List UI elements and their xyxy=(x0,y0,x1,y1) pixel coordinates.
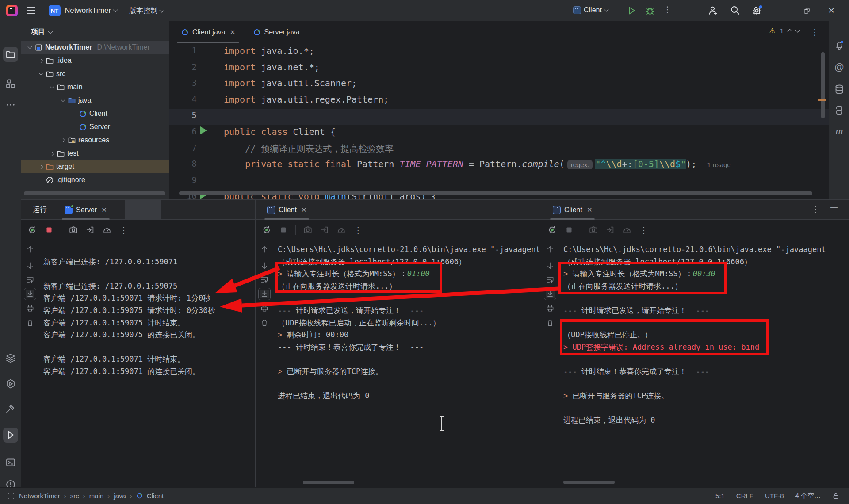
down-button[interactable] xyxy=(546,261,555,270)
more-icon[interactable]: ⋮ xyxy=(119,225,129,235)
window-minimize-button[interactable]: — xyxy=(770,0,793,21)
tree-item-target[interactable]: target xyxy=(21,160,169,173)
code-editor[interactable]: 1import java.io.*;2import java.net.*;3im… xyxy=(169,43,829,199)
down-button[interactable] xyxy=(26,261,34,270)
window-restore-button[interactable] xyxy=(795,0,818,21)
exit-icon[interactable] xyxy=(85,225,95,235)
rerun-icon[interactable] xyxy=(547,225,557,235)
clear-button[interactable] xyxy=(546,318,555,327)
breadcrumb-item[interactable]: Client xyxy=(147,492,164,500)
run-configuration-selector[interactable]: Client xyxy=(573,6,608,14)
code-with-me-icon[interactable] xyxy=(708,5,719,16)
project-widget[interactable]: NetworkTimer xyxy=(65,6,117,15)
tree-item-java[interactable]: java xyxy=(21,94,169,107)
tree-item-gitignore[interactable]: .gitignore xyxy=(21,173,169,187)
tree-chevron-icon[interactable] xyxy=(39,71,43,75)
search-everywhere-icon[interactable] xyxy=(730,5,740,15)
stop-icon[interactable] xyxy=(564,225,574,235)
readonly-lock-icon[interactable] xyxy=(832,493,839,500)
tree-horizontal-scrollbar[interactable] xyxy=(24,191,165,195)
up-button[interactable] xyxy=(260,245,269,254)
console-more-button[interactable]: ⋮ xyxy=(811,204,820,214)
soft-wrap-button[interactable] xyxy=(546,275,555,284)
tool-strip-ai-assistant[interactable]: @ xyxy=(832,60,846,74)
inspections-widget[interactable]: ⚠ 1 xyxy=(769,27,799,35)
editor-options-button[interactable]: ⋮ xyxy=(811,27,819,37)
tree-item-client[interactable]: Client xyxy=(21,107,169,120)
rerun-icon[interactable] xyxy=(27,225,37,235)
tree-chevron-icon[interactable] xyxy=(61,138,65,142)
snapshot-icon[interactable] xyxy=(589,225,598,235)
console-horizontal-scrollbar[interactable] xyxy=(563,481,615,484)
soft-wrap-button[interactable] xyxy=(260,275,269,284)
down-button[interactable] xyxy=(260,261,269,270)
tool-strip-database[interactable] xyxy=(832,82,846,96)
snapshot-icon[interactable] xyxy=(69,225,78,235)
close-icon[interactable]: ✕ xyxy=(301,206,307,214)
scroll-to-end-button[interactable] xyxy=(546,290,555,298)
stop-icon[interactable] xyxy=(44,225,54,235)
profiler-icon[interactable] xyxy=(102,225,112,235)
tool-strip-notifications[interactable] xyxy=(832,38,846,52)
tree-chevron-icon[interactable] xyxy=(61,97,65,102)
close-icon[interactable]: ✕ xyxy=(230,28,236,36)
console-horizontal-scrollbar[interactable] xyxy=(303,481,354,484)
tool-strip-services[interactable] xyxy=(3,376,18,391)
breadcrumb-item[interactable]: NetworkTimer xyxy=(19,492,60,500)
more-icon[interactable]: ⋮ xyxy=(353,225,363,235)
print-button[interactable] xyxy=(26,304,34,313)
tree-item-main[interactable]: main xyxy=(21,80,169,94)
tree-item-src[interactable]: src xyxy=(21,67,169,80)
prev-problem-icon[interactable] xyxy=(787,29,792,34)
profiler-icon[interactable] xyxy=(622,225,632,235)
print-button[interactable] xyxy=(546,304,555,313)
next-problem-icon[interactable] xyxy=(795,27,800,32)
tool-strip-run[interactable] xyxy=(3,428,18,443)
settings-gear-icon[interactable] xyxy=(752,5,763,16)
breadcrumb-item[interactable]: main xyxy=(89,492,104,500)
tree-chevron-icon[interactable] xyxy=(28,44,32,49)
project-panel-header[interactable]: 项目 xyxy=(31,27,52,37)
tree-item-networktimer[interactable]: NetworkTimerD:\NetworkTimer xyxy=(21,41,169,54)
tool-strip-more-tools[interactable] xyxy=(3,97,18,112)
tool-strip-structure[interactable] xyxy=(3,76,18,91)
project-icon[interactable]: NT xyxy=(49,5,61,16)
tree-item-test[interactable]: test xyxy=(21,147,169,160)
console-tab-client[interactable]: Client✕ xyxy=(547,200,597,220)
breadcrumb-item[interactable]: java xyxy=(114,492,126,500)
console-output[interactable]: 新客户端已连接: /127.0.0.1:59071 新客户端已连接: /127.… xyxy=(39,240,255,488)
up-button[interactable] xyxy=(26,245,34,254)
tree-chevron-icon[interactable] xyxy=(39,164,43,169)
vcs-widget[interactable]: 版本控制 xyxy=(129,6,164,15)
scroll-to-end-button[interactable] xyxy=(260,290,269,298)
clear-button[interactable] xyxy=(26,318,34,327)
tree-chevron-icon[interactable] xyxy=(50,84,54,88)
editor-tab-client-java[interactable]: Client.java✕ xyxy=(175,21,241,43)
tree-item-server[interactable]: Server xyxy=(21,120,169,134)
tool-strip-maven[interactable]: m xyxy=(832,124,846,138)
exit-icon[interactable] xyxy=(320,225,329,235)
main-menu-icon[interactable] xyxy=(27,7,35,14)
tool-strip-terminal[interactable] xyxy=(3,455,18,470)
close-icon[interactable]: ✕ xyxy=(101,206,107,214)
run-button[interactable] xyxy=(626,5,637,16)
breadcrumb-item[interactable]: src xyxy=(70,492,79,500)
soft-wrap-button[interactable] xyxy=(26,275,34,284)
tool-strip-build[interactable] xyxy=(3,402,18,417)
snapshot-icon[interactable] xyxy=(303,225,313,235)
tool-strip-layers[interactable] xyxy=(3,351,18,366)
editor-tab-server-java[interactable]: Server.java xyxy=(247,21,306,43)
tree-chevron-icon[interactable] xyxy=(39,58,43,63)
exit-icon[interactable] xyxy=(605,225,615,235)
console-minimize-button[interactable]: — xyxy=(830,203,838,211)
line-ending[interactable]: CRLF xyxy=(736,492,753,500)
caret-position[interactable]: 5:1 xyxy=(715,492,725,500)
file-encoding[interactable]: UTF-8 xyxy=(765,492,784,500)
up-button[interactable] xyxy=(546,245,555,254)
rerun-icon[interactable] xyxy=(262,225,272,235)
close-icon[interactable]: ✕ xyxy=(587,206,593,214)
scroll-to-end-button[interactable] xyxy=(26,290,34,298)
warning-stripe-mark[interactable] xyxy=(818,99,826,101)
tree-chevron-icon[interactable] xyxy=(50,151,54,156)
window-close-button[interactable]: ✕ xyxy=(820,0,843,21)
